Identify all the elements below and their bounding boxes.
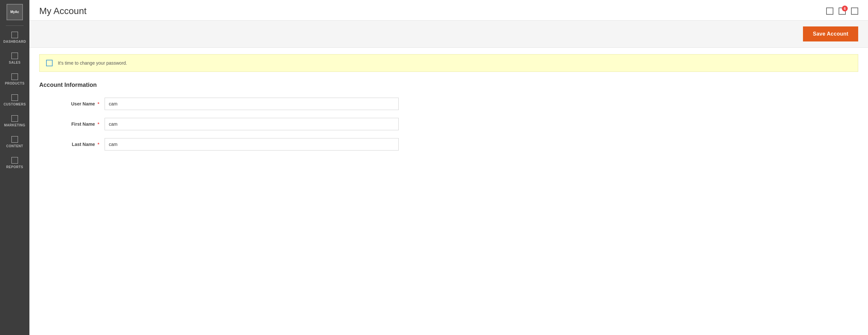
sidebar-divider xyxy=(6,26,24,26)
sidebar-item-label-sales: SALES xyxy=(9,61,21,64)
sidebar-item-reports[interactable]: REPORTS xyxy=(0,153,29,173)
menu-icon[interactable] xyxy=(851,7,858,15)
notifications-icon[interactable] xyxy=(839,7,846,15)
sidebar-item-dashboard[interactable]: DASHBOARD xyxy=(0,27,29,48)
username-required-star: * xyxy=(98,101,99,106)
page-header: My Account xyxy=(29,0,868,21)
dashboard-icon xyxy=(11,32,18,38)
username-label: User Name * xyxy=(39,101,104,106)
page-title: My Account xyxy=(39,6,87,16)
firstname-input[interactable] xyxy=(104,118,399,130)
firstname-required-star: * xyxy=(98,122,99,127)
sidebar-item-label-content: CONTENT xyxy=(6,144,23,148)
sidebar-logo: MyAc xyxy=(6,4,23,20)
username-field-row: User Name * xyxy=(39,98,399,110)
sidebar-item-customers[interactable]: CUSTOMERS xyxy=(0,90,29,111)
products-icon xyxy=(11,73,18,80)
alert-icon xyxy=(46,60,53,66)
sidebar-item-label-products: PRODUCTS xyxy=(5,81,25,85)
sidebar-item-sales[interactable]: SALES xyxy=(0,48,29,69)
sidebar: MyAc DASHBOARD SALES PRODUCTS CUSTOMERS … xyxy=(0,0,29,335)
sidebar-item-products[interactable]: PRODUCTS xyxy=(0,69,29,90)
sidebar-item-marketing[interactable]: MARKETING xyxy=(0,111,29,132)
firstname-label: First Name * xyxy=(39,122,104,127)
alert-message: It's time to change your password. xyxy=(58,60,127,66)
sidebar-item-label-reports: REPORTS xyxy=(6,165,23,169)
marketing-icon xyxy=(11,115,18,122)
header-actions xyxy=(826,7,858,15)
account-info-heading: Account Information xyxy=(39,81,858,89)
reports-icon xyxy=(11,157,18,164)
lastname-label: Last Name * xyxy=(39,142,104,147)
customers-icon xyxy=(11,94,18,101)
lastname-field-row: Last Name * xyxy=(39,138,399,150)
main-content: My Account Save Account It's time to cha… xyxy=(29,0,868,335)
sidebar-item-label-customers: CUSTOMERS xyxy=(4,103,26,106)
page-body: It's time to change your password. Accou… xyxy=(29,48,868,165)
password-alert-banner: It's time to change your password. xyxy=(39,54,858,72)
page-toolbar: Save Account xyxy=(29,21,868,48)
content-icon xyxy=(11,136,18,143)
sidebar-item-label-marketing: MARKETING xyxy=(4,124,25,127)
lastname-required-star: * xyxy=(98,142,99,147)
sidebar-item-content[interactable]: CONTENT xyxy=(0,132,29,153)
username-input[interactable] xyxy=(104,98,399,110)
fullscreen-icon[interactable] xyxy=(826,7,833,15)
save-account-button[interactable]: Save Account xyxy=(803,27,858,41)
firstname-field-row: First Name * xyxy=(39,118,399,130)
sidebar-item-label-dashboard: DASHBOARD xyxy=(3,40,26,43)
sales-icon xyxy=(11,53,18,59)
lastname-input[interactable] xyxy=(104,138,399,150)
